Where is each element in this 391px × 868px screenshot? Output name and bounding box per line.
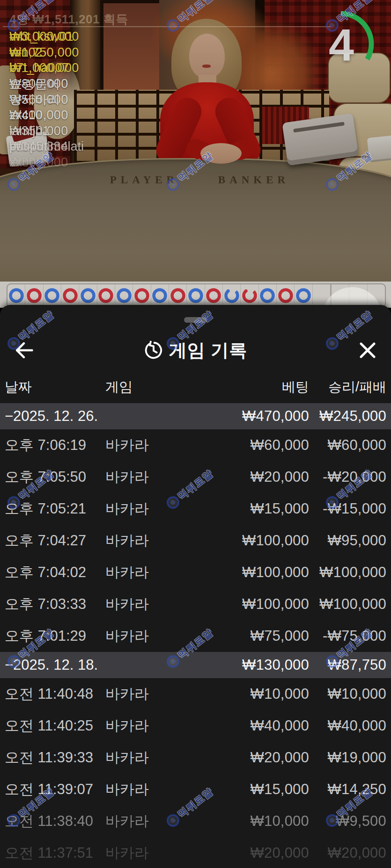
row-bet: ₩100,000 [204,596,309,613]
road-cell [151,284,169,307]
leaderboard-entry: ₩1,750,000win02 [9,45,206,61]
col-game: 게임 [105,378,204,397]
row-bet: ₩10,000 [204,686,309,702]
red-result-circle [62,288,78,304]
leaderboard-entry: ₩1,000,000b7t_ha007 [9,60,206,76]
blue-result-circle [8,288,24,304]
red-result-circle [134,288,150,304]
history-row: 오전 11:40:25바카라₩40,000₩40,000 [0,710,391,742]
row-game: 바카라 [105,716,204,736]
player-nickname: win02 [9,45,43,60]
roadmap-strip[interactable] [0,282,391,308]
player-nickname: putiputimelati [9,139,84,154]
blue-result-circle [152,288,168,304]
row-time: 오후 7:01:29 [5,626,105,646]
row-game: 바카라 [105,594,204,614]
col-bet: 베팅 [204,378,309,397]
history-row: 오후 7:04:27바카라₩100,000₩95,000 [0,525,391,557]
group-winloss-total: ₩87,750 [309,657,386,673]
history-row: 오후 7:06:19바카라₩60,000₩60,000 [0,429,391,461]
road-cell [187,284,205,307]
row-game: 바카라 [105,435,204,455]
history-row: 오전 11:39:33바카라₩20,000₩19,000 [0,742,391,774]
history-clock-icon [144,340,163,360]
road-cell [97,284,115,307]
row-bet: ₩20,000 [204,469,309,485]
drag-handle[interactable] [184,317,207,323]
row-game: 바카라 [105,780,204,799]
history-body: −2025. 12. 26.₩470,000₩245,000오후 7:06:19… [0,403,391,868]
blue-result-broken-circle [224,288,240,304]
road-cell [169,284,187,307]
row-time: 오후 7:04:02 [5,563,105,582]
row-time: 오전 11:39:33 [5,748,105,767]
blue-result-circle [80,288,96,304]
road-cell [223,284,241,307]
row-game: 바카라 [105,626,204,646]
player-nickname: 양세바리 [9,91,60,108]
history-row: 오전 11:38:40바카라₩10,000₩9,500 [0,805,391,837]
blue-result-circle [116,288,132,304]
history-row: 오후 7:04:02바카라₩100,000₩100,000 [0,557,391,588]
history-row: 오전 11:37:51바카라₩20,000₩20,000 [0,837,391,868]
road-cell [133,284,151,307]
red-result-circle [170,288,186,304]
history-row: 오후 7:05:50바카라₩20,000-₩20,000 [0,461,391,493]
live-video-feed: PLAYER BANKER 4명 ₩1,511,201 획득 ₩3,000,00… [0,0,391,282]
player-nickname: xxoo5 [9,155,43,170]
row-bet: ₩60,000 [204,437,309,454]
row-bet: ₩20,000 [204,845,309,861]
winner-banner: 4명 ₩1,511,201 획득 [9,11,128,28]
sheet-handle-zone [0,305,391,323]
back-button[interactable] [10,337,37,363]
close-button[interactable] [354,337,381,363]
red-result-circle [98,288,114,304]
history-row: 오후 7:05:21바카라₩15,000-₩15,000 [0,493,391,525]
road-cell [241,284,258,307]
road-cell [277,284,295,307]
player-nickname: mbt_ksw01 [9,29,74,44]
row-bet: ₩10,000 [204,813,309,830]
road-cell [259,284,277,307]
row-winloss: ₩9,500 [309,813,386,830]
red-result-circle [26,288,42,304]
history-group-header[interactable]: −2025. 12. 26.₩470,000₩245,000 [0,403,391,429]
close-icon [357,340,378,361]
row-time: 오후 7:03:33 [5,594,105,614]
road-cell [44,284,61,307]
row-time: 오전 11:38:40 [5,811,105,831]
row-time: 오전 11:40:48 [5,684,105,704]
row-time: 오전 11:40:25 [5,716,105,736]
row-winloss: ₩60,000 [309,437,386,454]
history-row: 오후 7:03:33바카라₩100,000₩100,000 [0,588,391,620]
road-cell [25,284,43,307]
row-time: 오전 11:37:51 [5,843,105,863]
row-time: 오전 11:39:07 [5,780,105,799]
history-row: 오전 11:39:07바카라₩15,000₩14,250 [0,774,391,805]
leaderboard-entry: ₩400,000zxc10 [9,108,206,123]
countdown-timer: 4 [320,22,362,68]
row-winloss: ₩20,000 [309,845,386,861]
row-time: 오후 7:05:50 [5,467,105,487]
leaderboard-entry: ₩3,000,000mbt_ksw01 [9,29,206,45]
row-winloss: ₩19,000 [309,749,386,766]
row-game: 바카라 [105,843,204,863]
road-cell [205,284,223,307]
group-winloss-total: ₩245,000 [309,408,386,425]
row-winloss: ₩10,000 [309,686,386,702]
leaderboard-entry: ₩350,000iamljh1 [9,123,206,139]
row-time: 오후 7:06:19 [5,435,105,455]
row-game: 바카라 [105,684,204,704]
player-nickname: iamljh1 [9,124,50,138]
history-group-header[interactable]: −2025. 12. 18.₩130,000₩87,750 [0,652,391,678]
road-cell [7,284,25,307]
road-cell [61,284,79,307]
row-winloss: -₩20,000 [309,469,386,485]
col-date: 날짜 [5,378,105,397]
leaderboard-entry: ₩800,000오링문어 [9,76,206,92]
blue-result-circle [44,288,60,304]
leaderboard-entry: ₩300,000xxoo5 [9,155,206,171]
row-bet: ₩15,000 [204,500,309,517]
row-winloss: ₩95,000 [309,532,386,549]
red-result-circle [206,288,221,304]
